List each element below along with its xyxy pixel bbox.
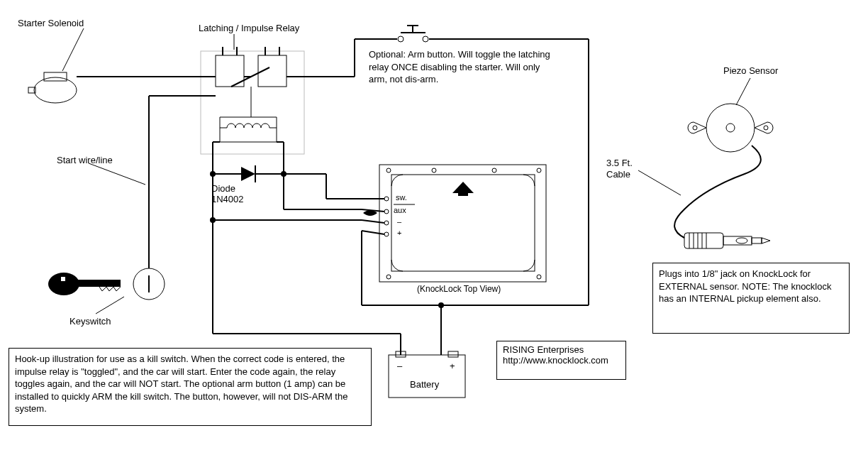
svg-rect-87 xyxy=(448,351,458,357)
svg-marker-71 xyxy=(452,182,474,193)
company-name: RISING Enterprises xyxy=(503,344,620,355)
label-latching-relay: Latching / Impulse Relay xyxy=(199,23,299,33)
svg-line-80 xyxy=(362,231,384,234)
batt-pos: + xyxy=(450,361,455,371)
knocklock-module xyxy=(362,165,546,282)
svg-rect-18 xyxy=(44,72,67,81)
batt-neg: – xyxy=(397,361,402,371)
svg-point-75 xyxy=(384,221,389,225)
starter-solenoid xyxy=(28,72,206,103)
svg-point-89 xyxy=(726,124,735,132)
company-url: http://www.knocklock.com xyxy=(503,355,620,366)
label-knocklock-caption: (KnockLock Top View) xyxy=(417,284,501,294)
label-battery: Battery xyxy=(410,379,439,390)
diode-1n4002 xyxy=(210,165,286,182)
svg-rect-92 xyxy=(684,233,723,248)
svg-rect-23 xyxy=(61,277,65,281)
svg-point-69 xyxy=(432,168,436,172)
svg-marker-100 xyxy=(762,238,770,243)
kterm-pos: + xyxy=(397,229,401,237)
svg-rect-24 xyxy=(78,280,121,287)
label-cable-len: 3.5 Ft. xyxy=(606,158,633,168)
label-start-wire: Start wire/line xyxy=(57,155,113,165)
label-diode: Diode xyxy=(211,183,235,194)
text-arm-button: Optional: Arm button. Will toggle the la… xyxy=(369,48,553,86)
label-diode-part: 1N4002 xyxy=(211,194,244,204)
svg-line-103 xyxy=(638,170,681,195)
svg-point-22 xyxy=(48,273,79,295)
svg-point-76 xyxy=(384,232,389,236)
svg-point-50 xyxy=(423,36,428,42)
latching-relay xyxy=(206,47,296,142)
battery xyxy=(389,351,465,398)
kterm-aux: aux xyxy=(394,206,406,214)
svg-point-67 xyxy=(386,275,391,279)
label-piezo-sensor: Piezo Sensor xyxy=(723,65,778,76)
svg-line-9 xyxy=(231,67,269,87)
svg-line-30 xyxy=(89,163,145,185)
piezo-cable xyxy=(674,146,761,238)
kterm-neg: – xyxy=(397,217,401,226)
svg-point-73 xyxy=(384,197,389,201)
hookup-box: Hook-up illustration for use as a kill s… xyxy=(9,348,372,426)
svg-line-29 xyxy=(96,297,124,314)
kterm-sw: sw. xyxy=(396,193,407,202)
svg-point-49 xyxy=(398,36,404,42)
svg-point-90 xyxy=(693,126,697,130)
text-hookup: Hook-up illustration for use as a kill s… xyxy=(9,349,371,420)
svg-point-74 xyxy=(384,209,389,214)
svg-point-65 xyxy=(386,168,391,172)
keyswitch xyxy=(48,96,216,300)
svg-line-21 xyxy=(62,28,84,71)
svg-point-88 xyxy=(706,104,755,152)
svg-rect-99 xyxy=(752,238,762,243)
svg-line-102 xyxy=(736,78,750,105)
audio-plug xyxy=(684,233,770,248)
svg-point-66 xyxy=(537,168,541,172)
svg-line-79 xyxy=(362,220,384,223)
company-box: RISING Enterprises http://www.knocklock.… xyxy=(496,341,626,380)
label-starter-solenoid: Starter Solenoid xyxy=(18,18,84,28)
svg-point-70 xyxy=(492,168,496,172)
label-cable-word: Cable xyxy=(606,169,630,180)
svg-point-101 xyxy=(736,238,747,243)
piezo-sensor xyxy=(688,104,773,152)
relay-outline xyxy=(201,51,304,154)
svg-point-68 xyxy=(537,275,541,279)
piezo-note-box: Plugs into 1/8" jack on KnockLock for EX… xyxy=(652,263,850,334)
label-keyswitch: Keyswitch xyxy=(69,316,111,327)
svg-point-91 xyxy=(764,126,768,130)
arm-button xyxy=(398,26,428,42)
svg-rect-72 xyxy=(458,193,468,196)
text-piezo-note: Plugs into 1/8" jack on KnockLock for EX… xyxy=(659,268,843,305)
svg-marker-32 xyxy=(241,167,255,181)
